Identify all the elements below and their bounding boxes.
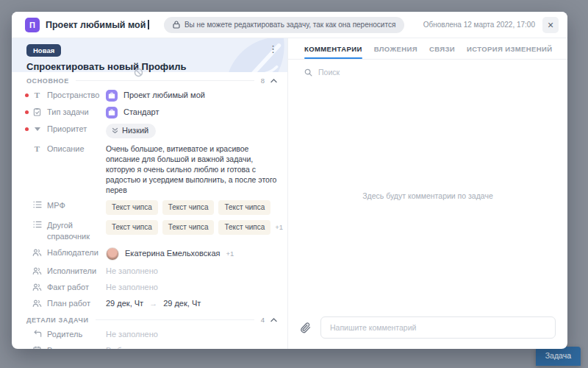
comment-composer bbox=[288, 311, 567, 349]
task-hero: ⋮ Новая Спроектировать новый Профиль bbox=[12, 38, 287, 72]
watcher-avatar[interactable] bbox=[106, 247, 119, 261]
lock-message: Вы не можете редактировать задачу, так к… bbox=[184, 21, 395, 29]
field-label: Наблюдатели bbox=[47, 247, 98, 258]
search-icon bbox=[304, 68, 312, 77]
project-avatar: П bbox=[25, 18, 40, 32]
field-row-type[interactable]: Тип задачи Стандарт bbox=[12, 104, 287, 121]
section-divider bbox=[76, 80, 254, 81]
chip[interactable]: Текст чипса bbox=[162, 220, 215, 235]
field-label: Описание bbox=[47, 144, 85, 155]
modal-header: П Проект любимый мой Вы не можете редакт… bbox=[12, 12, 567, 38]
chevron-up-icon[interactable] bbox=[270, 79, 277, 83]
task-title[interactable]: Спроектировать новый Профиль bbox=[26, 61, 279, 72]
not-allowed-cursor-icon bbox=[134, 68, 143, 77]
field-row-other-ref[interactable]: Другой справочник Текст чипса Текст чипс… bbox=[12, 217, 287, 244]
list-icon bbox=[32, 221, 42, 228]
more-count[interactable]: +1 bbox=[226, 248, 234, 259]
chip-list: Текст чипса Текст чипса Текст чипса bbox=[106, 200, 270, 215]
empty-value: Не заполнено bbox=[106, 266, 158, 277]
tab-attachments[interactable]: ВЛОЖЕНИЯ bbox=[374, 38, 417, 59]
tab-comments[interactable]: КОММЕНТАРИИ bbox=[304, 38, 362, 59]
field-label: Родитель bbox=[47, 329, 82, 340]
required-dot bbox=[25, 127, 29, 131]
section-main-header[interactable]: ОСНОВНОЕ 8 bbox=[12, 72, 287, 87]
chip[interactable]: Текст чипса bbox=[218, 220, 270, 235]
field-row-planned-work[interactable]: План работ 29 дек, Чт → 29 дек, Чт bbox=[12, 295, 287, 311]
section-count: 8 bbox=[261, 77, 265, 85]
type-entity-icon bbox=[106, 107, 118, 118]
field-value: Стандарт bbox=[123, 107, 159, 118]
field-label: Приоритет bbox=[47, 124, 87, 135]
low-priority-icon bbox=[112, 127, 118, 134]
field-label: Выполнить до bbox=[47, 345, 100, 350]
description-text: Очень большое, витиеватое и красивое опи… bbox=[106, 144, 277, 195]
field-label: Исполнители bbox=[47, 266, 96, 277]
tab-links[interactable]: СВЯЗИ bbox=[429, 38, 455, 59]
plan-end-date[interactable]: 29 дек, Чт bbox=[163, 298, 201, 309]
section-title: ОСНОВНОЕ bbox=[26, 77, 69, 85]
required-dot bbox=[25, 93, 29, 97]
caret-down-icon bbox=[32, 127, 42, 131]
people-icon bbox=[32, 283, 42, 291]
more-count[interactable]: +1 bbox=[275, 222, 283, 233]
field-label: Пространство bbox=[47, 90, 99, 101]
tab-history[interactable]: ИСТОРИЯ ИЗМЕНЕНИЙ bbox=[467, 38, 553, 59]
activity-panel: КОММЕНТАРИИ ВЛОЖЕНИЯ СВЯЗИ ИСТОРИЯ ИЗМЕН… bbox=[288, 38, 567, 349]
chip[interactable]: Текст чипса bbox=[218, 200, 270, 215]
task-details-panel: ⋮ Новая Спроектировать новый Профиль ОСН… bbox=[12, 38, 288, 349]
empty-value: Не заполнено bbox=[106, 329, 158, 340]
text-field-icon: T bbox=[32, 91, 42, 100]
field-label: Тип задачи bbox=[47, 107, 89, 118]
field-label: МРФ bbox=[47, 200, 65, 211]
people-icon bbox=[32, 299, 42, 308]
section-count: 4 bbox=[261, 316, 265, 324]
empty-state-text: Здесь будут комментарии по задаче bbox=[362, 191, 493, 200]
card-menu-icon[interactable]: ⋮ bbox=[265, 42, 282, 56]
section-divider bbox=[96, 319, 254, 320]
chevron-up-icon[interactable] bbox=[270, 318, 277, 322]
field-row-actual-work[interactable]: Факт работ Не заполнено bbox=[12, 279, 287, 295]
text-cursor bbox=[148, 20, 149, 29]
comments-empty-state: Здесь будут комментарии по задаче bbox=[288, 81, 567, 311]
task-button[interactable]: Задача bbox=[536, 347, 581, 366]
field-row-priority[interactable]: Приоритет Низкий bbox=[12, 121, 287, 141]
priority-value: Низкий bbox=[122, 125, 148, 136]
arrow-right-icon: → bbox=[149, 298, 157, 309]
clipboard-icon bbox=[32, 107, 42, 116]
page-backdrop: Задача П Проект любимый мой Вы не можете… bbox=[0, 0, 588, 368]
chip[interactable]: Текст чипса bbox=[106, 200, 158, 215]
chip-list: Текст чипса Текст чипса Текст чипса +1 bbox=[106, 220, 283, 235]
project-title[interactable]: Проект любимый мой bbox=[46, 20, 146, 30]
close-button[interactable]: × bbox=[542, 17, 559, 33]
field-row-due[interactable]: Выполнить до Выбрать период bbox=[12, 342, 287, 349]
status-badge[interactable]: Новая bbox=[26, 44, 61, 57]
task-modal: П Проект любимый мой Вы не можете редакт… bbox=[12, 12, 567, 349]
updated-timestamp: Обновлена 12 марта 2022, 17:00 bbox=[423, 21, 535, 29]
chip[interactable]: Текст чипса bbox=[162, 200, 215, 215]
required-dot bbox=[25, 110, 29, 114]
field-row-mrf[interactable]: МРФ Текст чипса Текст чипса Текст чипса bbox=[12, 197, 287, 217]
section-title: ДЕТАЛИ ЗАДАЧИ bbox=[26, 316, 89, 324]
field-label: Факт работ bbox=[47, 282, 89, 293]
activity-tabs: КОММЕНТАРИИ ВЛОЖЕНИЯ СВЯЗИ ИСТОРИЯ ИЗМЕН… bbox=[288, 38, 567, 60]
paperclip-icon[interactable] bbox=[298, 320, 313, 336]
field-row-assignees[interactable]: Исполнители Не заполнено bbox=[12, 263, 287, 279]
field-value: Проект любимый мой bbox=[123, 90, 205, 101]
section-details-header[interactable]: ДЕТАЛИ ЗАДАЧИ 4 bbox=[12, 311, 287, 326]
comments-search bbox=[288, 60, 567, 81]
priority-pill[interactable]: Низкий bbox=[106, 124, 156, 138]
lock-icon bbox=[173, 21, 180, 29]
chip[interactable]: Текст чипса bbox=[106, 220, 158, 235]
people-icon bbox=[32, 266, 42, 275]
field-row-description[interactable]: T Описание Очень большое, витиеватое и к… bbox=[12, 141, 287, 197]
plan-start-date[interactable]: 29 дек, Чт bbox=[106, 298, 143, 309]
field-row-space[interactable]: T Пространство Проект любимый мой bbox=[12, 87, 287, 104]
search-input[interactable] bbox=[318, 68, 551, 77]
comment-input[interactable] bbox=[320, 316, 556, 339]
field-row-parent[interactable]: Родитель Не заполнено bbox=[12, 326, 287, 342]
space-entity-icon bbox=[106, 90, 118, 102]
field-row-watchers[interactable]: Наблюдатели Екатерина Емельховская +1 bbox=[12, 244, 287, 263]
lock-message-pill: Вы не можете редактировать задачу, так к… bbox=[164, 17, 404, 33]
watcher-name: Екатерина Емельховская bbox=[125, 248, 220, 259]
placeholder-value[interactable]: Выбрать период bbox=[106, 345, 168, 350]
